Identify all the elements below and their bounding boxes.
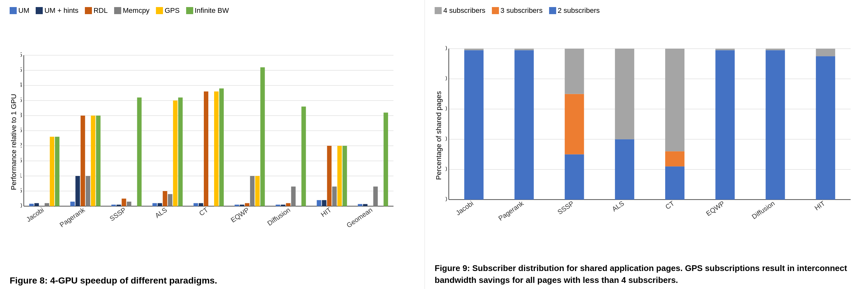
svg-rect-42 (152, 203, 157, 206)
legend-label: 2 subscribers (558, 6, 600, 15)
legend-label: RDL (94, 6, 108, 15)
legend-swatch (492, 7, 499, 14)
svg-text:100: 100 (445, 45, 447, 52)
svg-rect-25 (45, 203, 49, 206)
legend-label: GPS (164, 6, 179, 15)
svg-rect-68 (317, 200, 321, 206)
svg-rect-56 (240, 205, 244, 206)
legend-label: Memcpy (123, 6, 150, 15)
svg-rect-45 (168, 194, 172, 206)
legend-swatch (186, 7, 193, 14)
svg-rect-75 (358, 204, 362, 206)
left-y-axis-label: Performance relative to 1 GPU (10, 18, 18, 266)
left-chart-inner: 00.511.522.533.544.55JacobiPagerankSSSPA… (21, 18, 415, 266)
svg-rect-43 (157, 203, 162, 206)
right-chart-section: 4 subscribers3 subscribers2 subscribers … (425, 0, 868, 289)
svg-text:Diffusion: Diffusion (750, 200, 776, 220)
svg-rect-70 (327, 146, 332, 206)
svg-rect-29 (70, 202, 75, 206)
svg-text:EQWP: EQWP (229, 206, 250, 224)
right-y-axis-label: Percentage of shared pages (435, 18, 443, 253)
svg-rect-36 (111, 205, 116, 206)
left-bar-chart: 00.511.522.533.544.55JacobiPagerankSSSPA… (21, 18, 400, 266)
svg-rect-107 (665, 151, 684, 166)
svg-text:40: 40 (445, 135, 447, 142)
svg-rect-27 (55, 137, 60, 206)
svg-rect-116 (816, 56, 835, 200)
svg-rect-93 (464, 50, 484, 200)
svg-rect-39 (127, 202, 131, 206)
legend-swatch (114, 7, 121, 14)
left-chart-area: Performance relative to 1 GPU 00.511.522… (10, 18, 415, 266)
svg-text:80: 80 (445, 75, 447, 82)
svg-rect-113 (766, 50, 785, 200)
svg-text:Geomean: Geomean (345, 206, 374, 229)
svg-rect-72 (337, 146, 342, 206)
svg-text:4: 4 (21, 81, 22, 88)
svg-text:0.5: 0.5 (21, 187, 22, 194)
svg-text:1: 1 (21, 172, 22, 179)
svg-rect-55 (235, 205, 239, 206)
svg-rect-47 (178, 98, 183, 206)
legend-item: Memcpy (114, 6, 150, 15)
svg-rect-65 (291, 187, 296, 206)
svg-text:1.5: 1.5 (21, 157, 22, 164)
svg-text:ALS: ALS (611, 200, 625, 213)
svg-rect-66 (302, 107, 306, 206)
legend-swatch (435, 7, 442, 14)
svg-text:60: 60 (445, 105, 447, 112)
svg-rect-57 (245, 203, 249, 206)
svg-rect-32 (86, 176, 90, 206)
svg-rect-99 (565, 154, 584, 200)
svg-rect-64 (286, 203, 290, 206)
svg-text:3.5: 3.5 (21, 96, 22, 103)
svg-rect-78 (383, 113, 388, 206)
svg-rect-44 (163, 191, 167, 206)
svg-rect-58 (250, 176, 255, 206)
svg-rect-33 (91, 116, 95, 206)
svg-text:HIT: HIT (319, 206, 333, 218)
legend-item: 2 subscribers (549, 6, 600, 15)
svg-rect-24 (34, 203, 39, 206)
legend-item: 4 subscribers (435, 6, 486, 15)
svg-text:2.5: 2.5 (21, 127, 22, 134)
svg-rect-117 (816, 49, 835, 57)
svg-text:EQWP: EQWP (705, 200, 726, 217)
svg-rect-69 (322, 200, 326, 206)
svg-rect-76 (363, 204, 368, 206)
right-legend: 4 subscribers3 subscribers2 subscribers (435, 6, 858, 15)
svg-rect-38 (122, 199, 126, 207)
svg-text:ALS: ALS (154, 206, 168, 219)
svg-rect-96 (515, 50, 534, 200)
legend-item: Infinite BW (186, 6, 229, 15)
svg-rect-59 (255, 176, 260, 206)
legend-item: UM (10, 6, 29, 15)
right-figure-caption: Figure 9: Subscriber distribution for sh… (435, 259, 852, 286)
legend-label: 3 subscribers (500, 6, 542, 15)
legend-label: 4 subscribers (443, 6, 486, 15)
svg-text:SSSP: SSSP (556, 200, 575, 216)
svg-rect-97 (515, 49, 534, 50)
svg-rect-62 (276, 205, 280, 206)
svg-text:Diffusion: Diffusion (266, 206, 291, 227)
svg-rect-31 (81, 116, 85, 206)
svg-rect-111 (715, 49, 735, 50)
svg-rect-51 (204, 92, 208, 206)
svg-rect-77 (373, 187, 378, 206)
right-bar-chart: 020406080100JacobiPagerankSSSPALSCTEQWPD… (445, 18, 857, 253)
legend-label: UM (18, 6, 29, 15)
svg-rect-110 (715, 50, 735, 200)
svg-rect-60 (260, 67, 265, 206)
svg-rect-63 (281, 205, 285, 206)
svg-text:Jacobi: Jacobi (455, 200, 475, 217)
right-chart-area: Percentage of shared pages 020406080100J… (435, 18, 858, 253)
legend-label: UM + hints (44, 6, 79, 15)
svg-text:2: 2 (21, 142, 22, 149)
left-legend: UMUM + hintsRDLMemcpyGPSInfinite BW (10, 6, 415, 15)
svg-text:5: 5 (21, 51, 22, 58)
legend-item: 3 subscribers (492, 6, 542, 15)
svg-text:Pagerank: Pagerank (58, 206, 86, 229)
svg-rect-23 (29, 204, 34, 206)
svg-rect-71 (332, 187, 337, 206)
right-chart-inner: 020406080100JacobiPagerankSSSPALSCTEQWPD… (445, 18, 858, 253)
